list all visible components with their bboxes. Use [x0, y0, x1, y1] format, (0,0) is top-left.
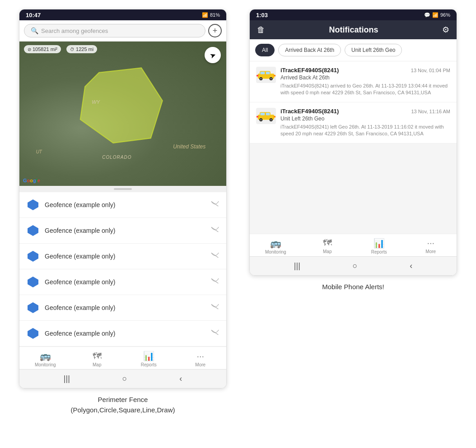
chat-icon: 💬	[424, 12, 430, 18]
svg-point-20	[270, 78, 272, 80]
visibility-icon[interactable]	[211, 226, 219, 235]
right-phone-frame: 1:03 💬 📶 96% 🗑 Notifications ⚙ AllArrive…	[249, 9, 457, 276]
right-back-button[interactable]: ‹	[410, 261, 412, 271]
nav-label: More	[425, 249, 436, 254]
right-status-time: 1:03	[256, 12, 268, 18]
filter-tab-arrived-back-at-26th[interactable]: Arrived Back At 26th	[278, 44, 341, 56]
google-logo: Google	[23, 178, 40, 183]
map-stats-bar: ⊘ 105821 mi² ⏱ 1225 mi	[24, 45, 97, 53]
right-home-button[interactable]: ○	[353, 261, 358, 271]
right-nav-item-reports[interactable]: 📊Reports	[365, 238, 392, 254]
back-button[interactable]: ‹	[179, 374, 182, 383]
nav-icon: 📊	[143, 351, 154, 361]
nav-label: Map	[93, 362, 101, 367]
right-caption: Mobile Phone Alerts!	[322, 282, 384, 292]
search-placeholder-text: Search among geofences	[41, 28, 108, 34]
notification-event: Arrived Back At 26th	[280, 74, 450, 81]
left-caption: Perimeter Fence(Polygon,Circle,Square,Li…	[71, 395, 175, 415]
geofence-list-item[interactable]: Geofence (example only)	[19, 218, 226, 244]
nav-label: Reports	[141, 362, 157, 367]
nav-item-more[interactable]: ···More	[187, 351, 214, 367]
geofence-list: Geofence (example only) Geofence (exampl…	[19, 192, 226, 346]
svg-line-12	[212, 330, 219, 335]
svg-marker-3	[28, 225, 38, 236]
left-system-nav: ||| ○ ‹	[19, 369, 226, 388]
visibility-icon[interactable]	[211, 252, 219, 260]
left-phone-wrapper: 10:47 📶 81% 🔍 Search among geofences +	[19, 9, 227, 415]
notification-time: 13 Nov, 11:16 AM	[411, 109, 450, 114]
nav-icon: 📊	[373, 238, 385, 249]
visibility-icon[interactable]	[211, 304, 219, 312]
geofence-list-item[interactable]: Geofence (example only)	[19, 269, 226, 295]
notifications-header: 🗑 Notifications ⚙	[250, 20, 457, 39]
right-status-icons: 💬 📶 96%	[424, 12, 450, 18]
home-button[interactable]: ○	[122, 374, 127, 383]
map-label-ut: UT	[36, 149, 42, 154]
area-stat: ⊘ 105821 mi²	[24, 45, 61, 53]
geofence-search-input[interactable]: 🔍 Search among geofences	[24, 24, 205, 37]
map-area[interactable]: ⊘ 105821 mi² ⏱ 1225 mi WY United States …	[19, 42, 226, 186]
svg-line-4	[212, 227, 219, 232]
notification-item[interactable]: iTrackEF4940S(8241) 13 Nov, 01:04 PM Arr…	[250, 61, 457, 102]
nav-icon: 🗺	[323, 238, 332, 248]
filter-tab-unit-left-26th-geo[interactable]: Unit Left 26th Geo	[345, 44, 402, 56]
right-nav-item-map[interactable]: 🗺Map	[314, 238, 341, 254]
search-icon: 🔍	[31, 27, 38, 34]
svg-marker-5	[28, 251, 38, 262]
geofence-list-item[interactable]: Geofence (example only)	[19, 192, 226, 218]
svg-point-28	[260, 119, 262, 120]
svg-marker-9	[28, 302, 38, 313]
menu-button[interactable]: |||	[64, 374, 70, 383]
nav-item-reports[interactable]: 📊Reports	[135, 351, 162, 367]
wifi-icon: 📶	[202, 12, 208, 18]
notification-item[interactable]: iTrackEF4940S(8241) 13 Nov, 11:16 AM Uni…	[250, 102, 457, 143]
nav-item-map[interactable]: 🗺Map	[84, 351, 111, 367]
notification-description: iTrackEF4940S(8241) left Geo 26th. At 11…	[280, 124, 450, 138]
filter-tab-all[interactable]: All	[255, 44, 275, 56]
notification-content: iTrackEF4940S(8241) 13 Nov, 11:16 AM Uni…	[280, 108, 450, 138]
scroll-indicator	[19, 186, 226, 192]
notification-header-row: iTrackEF4940S(8241) 13 Nov, 01:04 PM	[280, 67, 450, 74]
battery-left: 81%	[210, 12, 220, 18]
right-nav-item-monitoring[interactable]: 🚌Monitoring	[262, 238, 289, 254]
nav-icon: 🗺	[93, 351, 102, 361]
geofence-icon	[27, 301, 39, 314]
left-phone-frame: 10:47 📶 81% 🔍 Search among geofences +	[19, 9, 227, 388]
svg-rect-15	[260, 72, 265, 74]
geofence-list-item[interactable]: Geofence (example only)	[19, 244, 226, 269]
search-bar: 🔍 Search among geofences +	[19, 20, 226, 42]
notification-empty-area	[250, 143, 457, 234]
device-name: iTrackEF4940S(8241)	[280, 67, 339, 74]
geofence-icon	[27, 250, 39, 263]
geofence-label: Geofence (example only)	[45, 278, 205, 286]
svg-line-2	[212, 202, 219, 206]
visibility-icon[interactable]	[211, 329, 219, 337]
left-status-icons: 📶 81%	[202, 12, 220, 18]
delete-button[interactable]: 🗑	[257, 25, 265, 35]
svg-rect-16	[266, 72, 270, 74]
nav-item-monitoring[interactable]: 🚌Monitoring	[32, 351, 59, 367]
svg-rect-25	[260, 113, 265, 115]
visibility-icon[interactable]	[211, 278, 219, 286]
map-background: ⊘ 105821 mi² ⏱ 1225 mi WY United States …	[19, 42, 226, 186]
map-label-colorado: COLORADO	[102, 155, 131, 160]
distance-stat: ⏱ 1225 mi	[66, 45, 97, 53]
nav-icon: 🚌	[40, 351, 51, 361]
svg-marker-7	[28, 277, 38, 287]
geofence-list-item[interactable]: Geofence (example only)	[19, 295, 226, 321]
visibility-icon[interactable]	[211, 201, 219, 209]
left-status-bar: 10:47 📶 81%	[19, 9, 226, 20]
settings-button[interactable]: ⚙	[442, 25, 449, 35]
svg-rect-31	[257, 116, 258, 118]
vehicle-icon	[256, 67, 276, 83]
nav-label: Monitoring	[265, 249, 286, 254]
geofence-label: Geofence (example only)	[45, 201, 205, 208]
compass-button[interactable]: ➤	[205, 47, 221, 63]
right-nav-item-more[interactable]: ···More	[417, 238, 444, 254]
compass-icon: ➤	[209, 50, 217, 60]
add-geofence-button[interactable]: +	[208, 24, 222, 37]
left-bottom-nav: 🚌Monitoring🗺Map📊Reports···More	[19, 346, 226, 369]
notification-event: Unit Left 26th Geo	[280, 115, 450, 122]
geofence-list-item[interactable]: Geofence (example only)	[19, 321, 226, 346]
right-menu-button[interactable]: |||	[294, 261, 300, 271]
